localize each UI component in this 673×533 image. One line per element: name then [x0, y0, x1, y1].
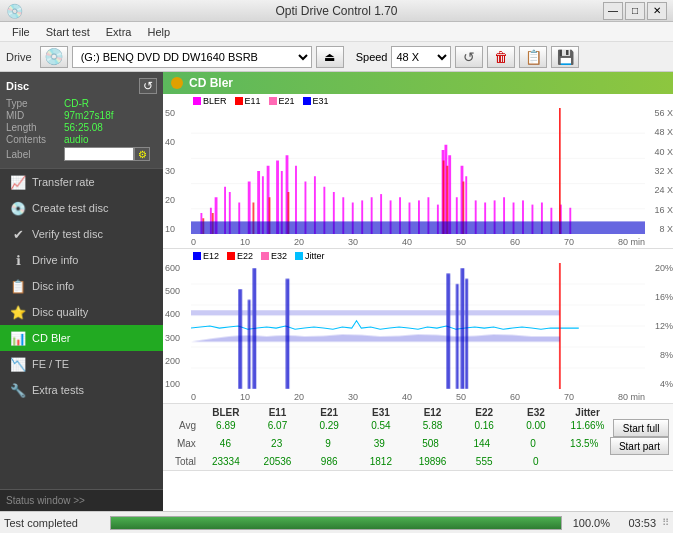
stats-buttons: Start full — [613, 419, 669, 437]
start-full-button[interactable]: Start full — [613, 419, 669, 437]
e11-label: E11 — [245, 96, 261, 106]
cdbler-title: CD Bler — [189, 76, 233, 90]
stats-max-e11: 23 — [251, 437, 302, 455]
chart-bottom-svg — [191, 263, 645, 389]
disc-label-row: Label ⚙ — [6, 147, 157, 161]
sidebar-item-label: Drive info — [32, 254, 78, 266]
drive-icon-btn: 💿 — [40, 46, 68, 68]
chart-bottom-y-left: 600 500 400 300 200 100 — [165, 263, 180, 389]
stats-avg-jitter: 11.66% — [562, 419, 614, 437]
status-window-btn[interactable]: Status window >> — [0, 489, 163, 511]
copy-button[interactable]: 📋 — [519, 46, 547, 68]
menu-file[interactable]: File — [4, 24, 38, 40]
chart-bottom: E12 E22 E32 Jitter — [163, 249, 673, 404]
maximize-button[interactable]: □ — [625, 2, 645, 20]
stats-buttons-2: Start part — [610, 437, 669, 455]
svg-rect-67 — [248, 300, 251, 389]
stats-max-row: Max 46 23 9 39 508 144 0 13.5% Start par… — [167, 437, 669, 455]
sidebar-item-drive-info[interactable]: ℹ Drive info — [0, 247, 163, 273]
progress-bar — [110, 516, 562, 530]
chart-top: BLER E11 E21 E31 — [163, 94, 673, 249]
length-value: 56:25.08 — [64, 122, 103, 133]
jitter-color — [295, 252, 303, 260]
chart-top-y-right: 56 X 48 X 40 X 32 X 24 X 16 X 8 X — [654, 108, 673, 234]
length-label: Length — [6, 122, 64, 133]
menu-start-test[interactable]: Start test — [38, 24, 98, 40]
title-bar: 💿 Opti Drive Control 1.70 — □ ✕ — [0, 0, 673, 22]
bler-label: BLER — [203, 96, 227, 106]
legend-e31: E31 — [303, 96, 329, 106]
sidebar-item-fe-te[interactable]: 📉 FE / TE — [0, 351, 163, 377]
svg-rect-73 — [465, 279, 468, 389]
e32-label: E32 — [271, 251, 287, 261]
transfer-rate-icon: 📈 — [10, 175, 26, 190]
fe-te-icon: 📉 — [10, 357, 26, 372]
disc-quality-icon: ⭐ — [10, 305, 26, 320]
stats-col-bler: BLER — [200, 406, 252, 419]
stats-total-e22: 555 — [458, 455, 510, 468]
disc-refresh-btn[interactable]: ↺ — [139, 78, 157, 94]
save-button[interactable]: 💾 — [551, 46, 579, 68]
sidebar-item-label: Extra tests — [32, 384, 84, 396]
legend-e12: E12 — [193, 251, 219, 261]
stats-col-e12: E12 — [407, 406, 459, 419]
erase-button[interactable]: 🗑 — [487, 46, 515, 68]
minimize-button[interactable]: — — [603, 2, 623, 20]
e31-label: E31 — [313, 96, 329, 106]
resize-grip: ⠿ — [662, 517, 669, 528]
e11-color — [235, 97, 243, 105]
stats-max-e12: 508 — [405, 437, 456, 455]
sidebar-item-label: CD Bler — [32, 332, 71, 344]
drive-select[interactable]: (G:) BENQ DVD DD DW1640 BSRB — [72, 46, 312, 68]
stats-max-e22: 144 — [456, 437, 507, 455]
e22-label: E22 — [237, 251, 253, 261]
eject-button[interactable]: ⏏ — [316, 46, 344, 68]
e31-color — [303, 97, 311, 105]
sidebar-item-label: Create test disc — [32, 202, 108, 214]
start-part-button[interactable]: Start part — [610, 437, 669, 455]
stats-avg-row: Avg 6.89 6.07 0.29 0.54 5.88 0.16 0.00 1… — [167, 419, 669, 437]
svg-rect-70 — [446, 274, 450, 390]
verify-test-disc-icon: ✔ — [10, 227, 26, 242]
bler-color — [193, 97, 201, 105]
stats-empty — [167, 406, 200, 419]
sidebar-item-disc-info[interactable]: 📋 Disc info — [0, 273, 163, 299]
close-button[interactable]: ✕ — [647, 2, 667, 20]
stats-avg-e22: 0.16 — [458, 419, 510, 437]
stats-total-e11: 20536 — [252, 455, 304, 468]
stats-header-row: BLER E11 E21 E31 E12 E22 E32 Jitter — [167, 406, 669, 419]
stats-max-e21: 9 — [302, 437, 353, 455]
sidebar-item-disc-quality[interactable]: ⭐ Disc quality — [0, 299, 163, 325]
label-label: Label — [6, 149, 64, 160]
stats-total-e31: 1812 — [355, 455, 407, 468]
stats-avg-e32: 0.00 — [510, 419, 562, 437]
chart-top-legend: BLER E11 E21 E31 — [193, 96, 329, 106]
disc-panel: Disc ↺ Type CD-R MID 97m27s18f Length 56… — [0, 72, 163, 169]
chart-bottom-legend: E12 E22 E32 Jitter — [193, 251, 325, 261]
app-title: Opti Drive Control 1.70 — [275, 4, 397, 18]
stats-max-label: Max — [167, 437, 200, 455]
label-input[interactable] — [64, 147, 134, 161]
stats-avg-e12: 5.88 — [407, 419, 459, 437]
cd-bler-icon: 📊 — [10, 331, 26, 346]
menu-help[interactable]: Help — [139, 24, 178, 40]
legend-e32: E32 — [261, 251, 287, 261]
label-icon-btn[interactable]: ⚙ — [134, 147, 150, 161]
disc-length-row: Length 56:25.08 — [6, 122, 157, 133]
e12-color — [193, 252, 201, 260]
menu-extra[interactable]: Extra — [98, 24, 140, 40]
chart-bottom-x-axis: 0 10 20 30 40 50 60 70 80 min — [191, 392, 645, 402]
sidebar-item-verify-test-disc[interactable]: ✔ Verify test disc — [0, 221, 163, 247]
disc-mid-row: MID 97m27s18f — [6, 110, 157, 121]
stats-col-e32: E32 — [510, 406, 562, 419]
speed-select[interactable]: 48 X 8 X16 X24 X32 X40 X52 XMax — [391, 46, 451, 68]
sidebar-item-cd-bler[interactable]: 📊 CD Bler — [0, 325, 163, 351]
jitter-label: Jitter — [305, 251, 325, 261]
stats-max-jitter: 13.5% — [559, 437, 610, 455]
sidebar-item-extra-tests[interactable]: 🔧 Extra tests — [0, 377, 163, 403]
svg-rect-68 — [252, 268, 256, 389]
stats-total-row: Total 23334 20536 986 1812 19896 555 0 — [167, 455, 669, 468]
sidebar-item-transfer-rate[interactable]: 📈 Transfer rate — [0, 169, 163, 195]
refresh-button[interactable]: ↺ — [455, 46, 483, 68]
sidebar-item-create-test-disc[interactable]: 💿 Create test disc — [0, 195, 163, 221]
